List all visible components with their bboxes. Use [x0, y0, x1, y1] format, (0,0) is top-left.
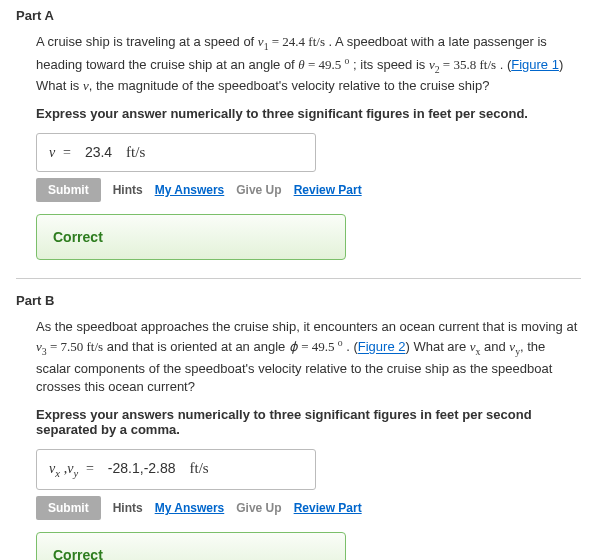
unit: ft/s	[308, 34, 325, 49]
unit: ft/s	[479, 57, 496, 72]
part-b-prompt: As the speedboat approaches the cruise s…	[36, 318, 581, 398]
text: and that is oriented at an angle	[103, 340, 289, 355]
part-b-instruction: Express your answers numerically to thre…	[36, 407, 581, 437]
review-part-link[interactable]: Review Part	[294, 501, 362, 515]
text: As the speedboat approaches the cruise s…	[36, 319, 577, 334]
review-part-link[interactable]: Review Part	[294, 183, 362, 197]
part-a-body: A cruise ship is traveling at a speed of…	[16, 33, 581, 260]
part-b-button-row: Submit Hints My Answers Give Up Review P…	[36, 496, 581, 520]
eq: = 7.50	[47, 340, 87, 355]
submit-button[interactable]: Submit	[36, 496, 101, 520]
unit: ft/s	[87, 340, 104, 355]
part-a-prompt: A cruise ship is traveling at a speed of…	[36, 33, 581, 96]
part-a-answer-box: v = 23.4 ft/s	[36, 133, 316, 172]
eq: = 49.5	[305, 57, 345, 72]
correct-label: Correct	[53, 547, 103, 560]
text: A cruise ship is traveling at a speed of	[36, 34, 258, 49]
answer-lhs: v	[49, 145, 55, 160]
var-phi: ϕ	[289, 340, 298, 355]
part-b-correct-box: Correct	[36, 532, 346, 560]
answer-lhs-vx-sub: x	[55, 468, 60, 479]
correct-label: Correct	[53, 229, 103, 245]
answer-unit: ft/s	[122, 144, 145, 160]
submit-button[interactable]: Submit	[36, 178, 101, 202]
part-b-body: As the speedboat approaches the cruise s…	[16, 318, 581, 560]
give-up-link[interactable]: Give Up	[236, 501, 281, 515]
answer-lhs-vy-sub: y	[74, 468, 79, 479]
give-up-link[interactable]: Give Up	[236, 183, 281, 197]
eq: = 35.8	[440, 57, 480, 72]
figure-1-link[interactable]: Figure 1	[511, 57, 559, 72]
part-a: Part A A cruise ship is traveling at a s…	[16, 8, 581, 260]
answer-value: -28.1,-2.88	[102, 460, 182, 476]
text: ) What are	[405, 340, 469, 355]
part-a-correct-box: Correct	[36, 214, 346, 260]
text: and	[480, 340, 509, 355]
part-a-button-row: Submit Hints My Answers Give Up Review P…	[36, 178, 581, 202]
part-b-title: Part B	[16, 293, 581, 308]
answer-eq: =	[59, 145, 75, 160]
eq: = 24.4	[269, 34, 309, 49]
text: ; its speed is	[349, 57, 428, 72]
part-a-title: Part A	[16, 8, 581, 23]
my-answers-link[interactable]: My Answers	[155, 501, 225, 515]
answer-value: 23.4	[79, 144, 118, 160]
hints-label[interactable]: Hints	[113, 501, 143, 515]
answer-eq: =	[82, 461, 98, 476]
my-answers-link[interactable]: My Answers	[155, 183, 225, 197]
separator	[16, 278, 581, 279]
part-b: Part B As the speedboat approaches the c…	[16, 293, 581, 560]
text: . (	[496, 57, 511, 72]
hints-label[interactable]: Hints	[113, 183, 143, 197]
eq: = 49.5	[298, 340, 338, 355]
part-a-instruction: Express your answer numerically to three…	[36, 106, 581, 121]
figure-2-link[interactable]: Figure 2	[358, 340, 406, 355]
text: . (	[343, 340, 358, 355]
part-b-answer-box: vx ,vy = -28.1,-2.88 ft/s	[36, 449, 316, 490]
answer-unit: ft/s	[185, 460, 208, 476]
text: , the magnitude of the speedboat's veloc…	[89, 78, 490, 93]
